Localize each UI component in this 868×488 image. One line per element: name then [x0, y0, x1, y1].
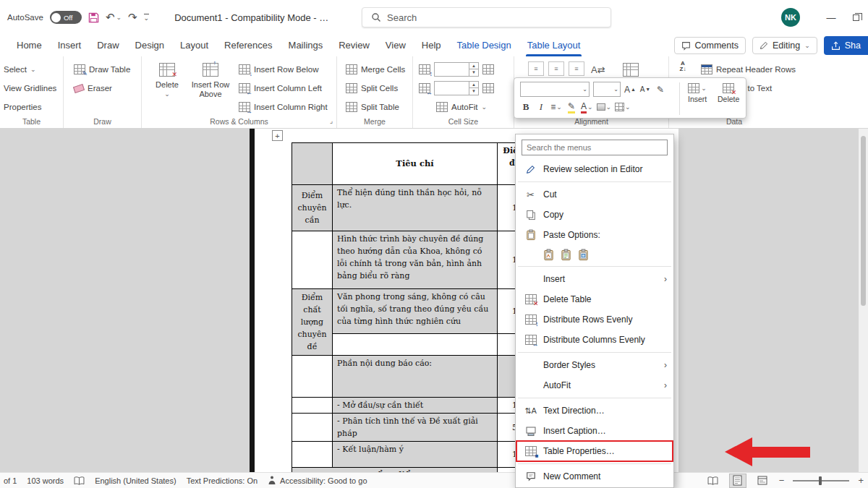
- paragraph-alignment-button[interactable]: ≡⌄: [550, 100, 562, 114]
- comments-button[interactable]: Comments: [674, 37, 746, 54]
- insert-column-left-button[interactable]: ← Insert Column Left: [239, 80, 322, 96]
- repeat-header-rows-button[interactable]: Repeat Header Rows: [701, 61, 796, 77]
- tab-insert[interactable]: Insert: [50, 35, 90, 56]
- dialog-launcher-icon[interactable]: ⌟: [330, 117, 333, 124]
- table-cell[interactable]: [292, 143, 333, 185]
- table-cell[interactable]: [292, 442, 333, 468]
- delete-button[interactable]: ✕ Delete ⌄: [150, 61, 184, 99]
- editing-mode-button[interactable]: Editing ⌄: [752, 37, 817, 54]
- text-highlight-button[interactable]: ✎: [566, 100, 577, 114]
- zoom-in-button[interactable]: +: [858, 475, 864, 486]
- tab-help[interactable]: Help: [414, 35, 449, 56]
- tab-mailings[interactable]: Mailings: [281, 35, 331, 56]
- print-layout-button[interactable]: [730, 474, 746, 487]
- avatar[interactable]: NK: [781, 8, 800, 27]
- accessibility-status[interactable]: Accessibility: Good to go: [268, 476, 367, 485]
- word-count[interactable]: 103 words: [27, 476, 64, 485]
- search-box[interactable]: [362, 7, 611, 27]
- text-direction-button[interactable]: A⇄: [591, 61, 605, 77]
- table-cell-text[interactable]: Phần nội dung báo cáo:: [333, 356, 498, 398]
- align-top-left-icon[interactable]: ≡: [528, 61, 544, 76]
- table-cell-text[interactable]: Thể hiện đúng tinh thần học hỏi, nỗ lực.: [333, 185, 498, 231]
- table-cell-text[interactable]: Hình thức trình bày chuyên đề đúng theo …: [333, 231, 498, 289]
- paste-keep-source-formatting-button[interactable]: [543, 249, 554, 261]
- merge-cells-button[interactable]: Merge Cells: [346, 61, 405, 77]
- view-gridlines-button[interactable]: View Gridlines: [4, 80, 56, 96]
- align-top-center-icon[interactable]: ≡: [548, 61, 564, 76]
- insert-row-above-button[interactable]: ↑ Insert Row Above: [188, 61, 233, 99]
- grow-font-button[interactable]: A▲: [624, 82, 636, 97]
- split-table-button[interactable]: Split Table: [346, 99, 399, 115]
- distribute-rows-icon[interactable]: [482, 64, 494, 74]
- tab-table-design[interactable]: Table Design: [449, 35, 519, 56]
- table-cell[interactable]: [292, 414, 333, 442]
- menu-item-autofit[interactable]: AutoFit ›: [516, 375, 673, 395]
- insert-table-button[interactable]: ⌄ Insert: [688, 83, 707, 103]
- table-cell-text[interactable]: - Mở đầu/sự cần thiết: [333, 398, 498, 414]
- menu-item-delete-table[interactable]: ✕ Delete Table: [516, 289, 673, 309]
- table-row[interactable]: - Mở đầu/sự cần thiết 1: [292, 398, 532, 414]
- menu-item-border-styles[interactable]: Border Styles ›: [516, 355, 673, 375]
- table-cell-text[interactable]: Văn phong trong sáng, không có câu tối n…: [333, 289, 498, 334]
- font-name-combobox[interactable]: ⌄: [520, 82, 590, 97]
- tab-table-layout[interactable]: Table Layout: [519, 35, 589, 56]
- vertical-scrollbar[interactable]: [859, 129, 868, 472]
- styles-button[interactable]: ✎: [655, 82, 666, 97]
- tab-design[interactable]: Design: [127, 35, 172, 56]
- delete-table-button[interactable]: ✕ Delete: [718, 83, 739, 103]
- customize-quick-access-button[interactable]: ⌄: [144, 14, 150, 21]
- table-row[interactable]: Điểm chất lượng chuyên đề Văn phong tron…: [292, 289, 532, 334]
- autosave-toggle[interactable]: Off: [50, 11, 82, 24]
- zoom-slider[interactable]: [793, 480, 849, 481]
- paste-picture-button[interactable]: [578, 249, 589, 261]
- tab-home[interactable]: Home: [9, 35, 50, 56]
- tab-draw[interactable]: Draw: [89, 35, 127, 56]
- menu-search-input[interactable]: [527, 143, 663, 152]
- restore-button[interactable]: [843, 0, 868, 35]
- menu-item-new-comment[interactable]: New Comment: [516, 466, 673, 487]
- font-color-button[interactable]: A⌄: [581, 100, 593, 114]
- zoom-out-button[interactable]: −: [779, 475, 785, 486]
- document-table[interactable]: Tiêu chí Điểm đa Điểm chuyên cần Thể hiệ…: [292, 142, 532, 484]
- redo-button[interactable]: ↷: [128, 11, 137, 24]
- font-size-combobox[interactable]: ⌄: [593, 82, 621, 97]
- scrollbar-thumb[interactable]: [861, 136, 866, 306]
- proofing-status[interactable]: [74, 476, 85, 485]
- table-row[interactable]: Tiêu chí Điểm đa: [292, 143, 532, 185]
- distribute-columns-icon[interactable]: [482, 83, 494, 93]
- read-mode-button[interactable]: [705, 474, 721, 487]
- spinner-down-icon[interactable]: ▼: [469, 87, 478, 95]
- column-width-input[interactable]: ▲▼: [434, 81, 479, 95]
- save-button[interactable]: [88, 12, 99, 23]
- autofit-button[interactable]: AutoFit ⌄: [436, 99, 487, 115]
- menu-item-insert-caption[interactable]: Insert Caption…: [516, 421, 673, 441]
- shrink-font-button[interactable]: A▼: [639, 82, 651, 97]
- menu-item-distribute-columns[interactable]: ↔ Distribute Columns Evenly: [516, 330, 673, 350]
- split-cells-button[interactable]: Split Cells: [346, 80, 398, 96]
- eraser-button[interactable]: Eraser: [74, 80, 112, 96]
- menu-item-text-direction[interactable]: ⇅A Text Direction…: [516, 401, 673, 421]
- table-row[interactable]: Hình thức trình bày chuyên đề đúng theo …: [292, 231, 532, 289]
- spinner-down-icon[interactable]: ▼: [469, 69, 478, 76]
- insert-row-below-button[interactable]: ↓ Insert Row Below: [239, 61, 318, 77]
- zoom-slider-thumb[interactable]: [819, 476, 822, 485]
- tab-layout[interactable]: Layout: [172, 35, 216, 56]
- align-top-right-icon[interactable]: ≡: [569, 61, 584, 76]
- draw-table-button[interactable]: ✎ Draw Table: [74, 61, 130, 77]
- table-row[interactable]: - Phân tích tình thế và Đề xuất giải phá…: [292, 414, 532, 442]
- web-layout-button[interactable]: [754, 474, 770, 487]
- menu-item-cut[interactable]: ✂ Cut: [516, 184, 673, 205]
- menu-search-box[interactable]: [522, 140, 668, 155]
- insert-column-right-button[interactable]: → Insert Column Right: [239, 99, 328, 115]
- share-button[interactable]: Sha: [824, 36, 868, 55]
- menu-item-distribute-rows[interactable]: ↕ Distribute Rows Evenly: [516, 309, 673, 330]
- menu-item-review-in-editor[interactable]: Review selection in Editor: [516, 159, 673, 179]
- minimize-button[interactable]: —: [819, 0, 843, 35]
- table-row[interactable]: - Kết luận/hàm ý 1: [292, 442, 532, 468]
- paste-merge-formatting-button[interactable]: [561, 249, 571, 261]
- borders-button[interactable]: ⌄: [615, 100, 631, 114]
- select-button[interactable]: Select⌄: [4, 61, 36, 77]
- table-cell[interactable]: [333, 334, 498, 356]
- table-cell-text[interactable]: - Kết luận/hàm ý: [333, 442, 498, 468]
- table-row[interactable]: Điểm chuyên cần Thể hiện đúng tinh thần …: [292, 185, 532, 231]
